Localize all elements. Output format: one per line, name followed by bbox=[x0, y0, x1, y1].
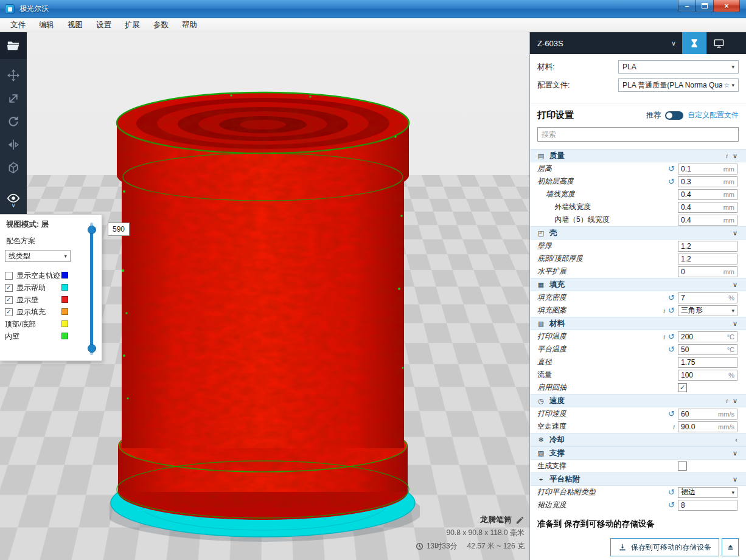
revert-icon[interactable]: ↺ bbox=[668, 410, 675, 418]
menu-item[interactable]: 文件 bbox=[4, 18, 32, 32]
material-dropdown[interactable]: PLA ▾ bbox=[618, 60, 739, 74]
menu-item[interactable]: 帮助 bbox=[175, 18, 204, 32]
setting-unit: mm bbox=[723, 204, 734, 211]
section-header[interactable]: ◷速度i∨ bbox=[530, 394, 746, 407]
setting-checkbox[interactable] bbox=[678, 461, 687, 471]
model-dimensions: 90.8 x 90.8 x 118.0 毫米 bbox=[416, 528, 525, 538]
revert-icon[interactable]: ↺ bbox=[668, 165, 675, 173]
line-type-dropdown[interactable]: 线类型 ▾ bbox=[5, 250, 71, 262]
setting-dropdown[interactable]: 裙边▾ bbox=[678, 487, 737, 498]
maximize-button[interactable] bbox=[695, 0, 714, 12]
setting-control: 1.75 bbox=[678, 357, 737, 368]
setting-input[interactable]: 0.4mm bbox=[678, 189, 737, 200]
chevron-down-icon: ∨ bbox=[671, 40, 676, 47]
rotate-tool-button[interactable] bbox=[0, 110, 27, 133]
section-header[interactable]: ◰壳∨ bbox=[530, 226, 746, 240]
info-icon[interactable]: i bbox=[663, 333, 665, 340]
legend-checkbox[interactable] bbox=[5, 272, 13, 280]
section-header-icons: ‹ bbox=[735, 436, 737, 443]
layer-slider-handle-top[interactable] bbox=[88, 226, 96, 234]
chevron-down-icon[interactable]: ∨ bbox=[733, 320, 737, 328]
chevron-down-icon[interactable]: ∨ bbox=[733, 475, 737, 483]
setting-checkbox[interactable]: ✓ bbox=[678, 383, 687, 392]
recommended-label: 推荐 bbox=[646, 110, 661, 120]
setting-dropdown[interactable]: 三角形▾ bbox=[678, 305, 737, 316]
monitor-tab[interactable] bbox=[706, 32, 731, 54]
setting-input[interactable]: 0.3mm bbox=[678, 176, 737, 187]
setting-label: 平台温度 bbox=[530, 344, 566, 354]
menu-item[interactable]: 设置 bbox=[89, 18, 118, 32]
per-model-settings-tool-button[interactable] bbox=[0, 156, 27, 179]
revert-icon[interactable]: ↺ bbox=[668, 294, 675, 302]
section-header[interactable]: ▦填充∨ bbox=[530, 278, 746, 291]
setting-input[interactable]: 1.2 bbox=[678, 241, 737, 252]
info-icon[interactable]: i bbox=[663, 307, 665, 314]
info-icon[interactable]: i bbox=[726, 397, 728, 404]
setting-input[interactable]: 100% bbox=[678, 370, 737, 381]
revert-icon[interactable]: ↺ bbox=[668, 488, 675, 496]
setting-input[interactable]: 0.4mm bbox=[678, 215, 737, 226]
menu-item[interactable]: 视图 bbox=[61, 18, 89, 32]
setting-input[interactable]: 0.1mm bbox=[678, 164, 737, 175]
close-icon: × bbox=[724, 2, 728, 10]
move-tool-button[interactable] bbox=[0, 64, 27, 87]
prepare-tab[interactable] bbox=[682, 32, 706, 54]
menu-item[interactable]: 扩展 bbox=[118, 18, 147, 32]
scale-tool-button[interactable] bbox=[0, 87, 27, 110]
revert-icon[interactable]: ↺ bbox=[668, 501, 675, 509]
setting-input[interactable]: 90.0mm/s bbox=[678, 421, 737, 432]
section-header[interactable]: ÷平台粘附∨ bbox=[530, 472, 746, 486]
setting-input[interactable]: 8 bbox=[678, 500, 737, 511]
chevron-down-icon[interactable]: ∨ bbox=[733, 281, 737, 289]
setting-input[interactable]: 50°C bbox=[678, 344, 737, 355]
mirror-tool-button[interactable] bbox=[0, 133, 27, 156]
setting-input[interactable]: 1.2 bbox=[678, 254, 737, 264]
setting-input[interactable]: 60mm/s bbox=[678, 409, 737, 420]
custom-profile-link[interactable]: 自定义配置文件 bbox=[688, 110, 739, 120]
menu-item[interactable]: 编辑 bbox=[32, 18, 61, 32]
model-3d[interactable] bbox=[110, 88, 420, 544]
info-icon[interactable]: i bbox=[726, 152, 728, 159]
chevron-down-icon[interactable]: ∨ bbox=[733, 449, 737, 457]
section-header[interactable]: ▤质量i∨ bbox=[530, 149, 746, 162]
printer-selector[interactable]: Z-603S ∨ bbox=[530, 32, 682, 54]
eject-button[interactable] bbox=[722, 538, 739, 556]
setting-control bbox=[678, 461, 737, 471]
setting-input[interactable]: 0mm bbox=[678, 266, 737, 277]
layer-slider-handle-bottom[interactable] bbox=[88, 344, 96, 353]
chevron-left-icon[interactable]: ‹ bbox=[735, 436, 737, 443]
chevron-down-icon[interactable]: ∨ bbox=[733, 229, 737, 237]
edit-pencil-icon[interactable] bbox=[515, 516, 525, 525]
setting-value: 0.4 bbox=[681, 190, 723, 199]
setting-row: 生成支撑 bbox=[530, 460, 746, 472]
setting-row: 墙线宽度0.4mm bbox=[530, 188, 746, 201]
legend-checkbox[interactable]: ✓ bbox=[5, 284, 13, 292]
revert-icon[interactable]: ↺ bbox=[668, 306, 675, 314]
setting-row: 裙边宽度↺8 bbox=[530, 499, 746, 511]
open-file-button[interactable] bbox=[0, 32, 27, 59]
setting-input[interactable]: 0.4mm bbox=[678, 202, 737, 213]
settings-mode-toggle[interactable] bbox=[665, 111, 683, 120]
view-mode-button[interactable]: ∨ bbox=[0, 187, 27, 215]
close-button[interactable]: × bbox=[713, 0, 740, 12]
setting-input[interactable]: 1.75 bbox=[678, 357, 737, 368]
revert-icon[interactable]: ↺ bbox=[668, 345, 675, 353]
setting-input[interactable]: 200°C bbox=[678, 331, 737, 342]
legend-checkbox[interactable]: ✓ bbox=[5, 296, 13, 304]
section-header[interactable]: ❄冷却‹ bbox=[530, 433, 746, 446]
section-header[interactable]: ▥材料∨ bbox=[530, 317, 746, 330]
section-header[interactable]: ▧支撑∨ bbox=[530, 446, 746, 460]
profile-dropdown[interactable]: PLA 普通质量(PLA Norma Qua ☆ ▾ bbox=[618, 78, 739, 92]
revert-icon[interactable]: ↺ bbox=[668, 333, 675, 340]
chevron-down-icon[interactable]: ∨ bbox=[733, 397, 737, 405]
revert-icon[interactable]: ↺ bbox=[668, 178, 675, 185]
minimize-button[interactable]: – bbox=[678, 0, 696, 12]
menu-item[interactable]: 参数 bbox=[147, 18, 175, 32]
save-button[interactable]: 保存到可移动的存储设备 bbox=[610, 538, 719, 556]
legend-checkbox[interactable]: ✓ bbox=[5, 308, 13, 316]
setting-input[interactable]: 7% bbox=[678, 292, 737, 303]
section-title: 速度 bbox=[549, 396, 565, 406]
search-input[interactable] bbox=[537, 127, 739, 142]
chevron-down-icon[interactable]: ∨ bbox=[733, 152, 737, 160]
info-icon[interactable]: i bbox=[673, 423, 675, 430]
